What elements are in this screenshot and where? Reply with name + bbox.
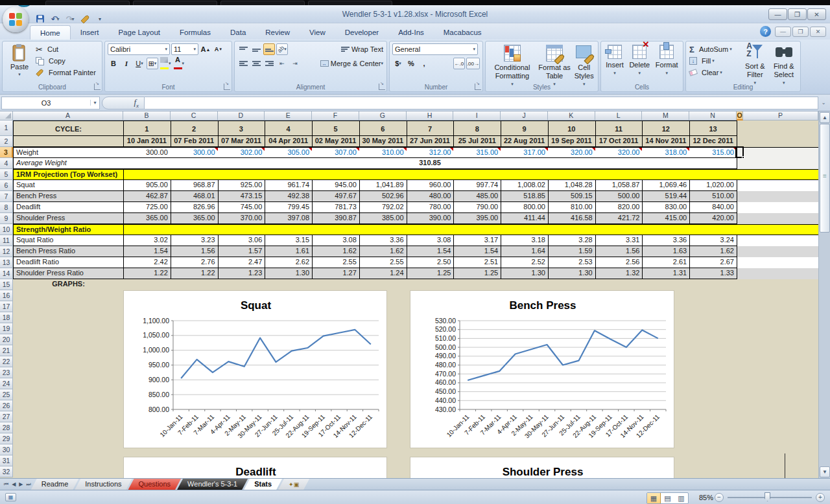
italic-button[interactable]: I [121,58,132,69]
cell-H[interactable]: 1.54 [407,246,455,257]
chart-shoulder-press[interactable]: Shoulder Press [410,457,674,478]
cell-J[interactable]: 411.44 [501,213,549,224]
cell-K[interactable]: 3.28 [548,235,596,246]
cell-A[interactable]: Average Weight [13,158,124,169]
cell-J[interactable]: 1,008.02 [501,180,549,191]
row-header-16[interactable]: 16 [0,290,13,301]
zoom-in-button[interactable]: + [816,493,825,502]
insert-worksheet-tab[interactable]: ✦▣ [278,479,309,490]
cell-M[interactable]: 519.44 [642,191,690,202]
minimize-button[interactable]: — [768,8,787,20]
sheet-tab-wendler-s-5-3-1[interactable]: Wendler's 5-3-1 [177,479,248,490]
cell-H[interactable]: 27 Jun 2011 [407,136,455,147]
ribbon-tab-page-layout[interactable]: Page Layout [108,25,170,40]
cell-I[interactable]: 790.00 [453,202,501,213]
column-header-G[interactable]: G [359,111,407,120]
align-bottom-button[interactable] [263,43,275,55]
sheet-tab-stats[interactable]: Stats [244,479,282,490]
name-box-dropdown[interactable]: ▾ [90,100,99,106]
cell-B[interactable]: 300.00 [123,148,171,158]
delete-cells-button[interactable]: ✕ Delete▾ [629,43,650,77]
sort-filter-button[interactable]: AZ Sort & Filter▾ [741,43,768,87]
cell-I[interactable]: 1.25 [453,268,501,279]
cell-I[interactable]: 3.17 [453,235,501,246]
ribbon-tab-home[interactable]: Home [30,25,71,40]
cell-B[interactable]: 365.00 [123,213,171,224]
cell-B[interactable]: 462.87 [123,191,171,202]
row-header-6[interactable]: 6 [0,180,13,191]
cell-I[interactable]: 2.51 [453,257,501,268]
prev-sheet-button[interactable]: ◀ [10,481,17,487]
cell-N[interactable]: 12 Dec 2011 [689,136,737,147]
restore-button[interactable]: ❐ [788,8,807,20]
cell-H[interactable]: 2.50 [407,257,455,268]
align-right-button[interactable] [263,58,275,69]
column-header-B[interactable]: B [123,111,171,120]
ribbon-tab-developer[interactable]: Developer [335,25,388,40]
cell-K[interactable]: 1.30 [548,268,596,279]
cell-G[interactable]: 3.36 [359,235,407,246]
help-button[interactable]: ? [760,26,771,37]
cell-M[interactable]: 12 [642,120,690,136]
underline-button[interactable]: U▾ [134,58,145,69]
vertical-scroll-thumb[interactable] [820,124,830,233]
cell-F[interactable]: 390.87 [312,213,360,224]
row-header-22[interactable]: 22 [0,356,13,367]
cell-F[interactable]: 5 [312,120,360,136]
ribbon-tab-formulas[interactable]: Formulas [170,25,220,40]
cell-J[interactable]: 1.30 [501,268,549,279]
cell-K[interactable]: 1.59 [548,246,596,257]
format-as-table-button[interactable]: Format as Table▾ [538,43,571,88]
cell-F[interactable]: 3.08 [312,235,360,246]
cell-B[interactable]: 1.54 [123,246,171,257]
fill-handle[interactable] [742,156,744,159]
clipboard-dialog-launcher[interactable] [94,84,101,90]
zoom-slider-thumb[interactable] [765,492,770,501]
office-button[interactable] [3,6,29,32]
cell-L[interactable]: 2.56 [595,257,643,268]
shrink-font-button[interactable]: A▼ [213,43,224,55]
cell-C[interactable]: 1.56 [171,246,219,257]
row-header-10[interactable]: 10 [0,224,13,235]
font-dialog-launcher[interactable] [224,84,230,90]
select-all-corner[interactable] [0,111,13,120]
row-header-19[interactable]: 19 [0,323,13,334]
cell-L[interactable]: 820.00 [595,202,643,213]
cell-K[interactable]: 1,048.28 [548,180,596,191]
customize-qat-button[interactable]: ▾ [93,12,106,25]
column-header-C[interactable]: C [171,111,218,120]
font-color-button[interactable]: A▾ [173,58,185,69]
align-center-button[interactable] [250,58,262,69]
cell-I[interactable]: 1.54 [453,246,501,257]
cell-E[interactable]: 1.30 [265,268,313,279]
sheet-tab-readme[interactable]: Readme [31,479,79,490]
ribbon-tab-data[interactable]: Data [220,25,255,40]
cell-E[interactable]: 799.45 [265,202,313,213]
conditional-formatting-button[interactable]: Conditional Formatting▾ [488,43,536,88]
cell-J[interactable]: 3.18 [501,235,549,246]
cell-J[interactable]: 1.64 [501,246,549,257]
cell-M[interactable]: 1.63 [642,246,690,257]
align-left-button[interactable] [237,58,249,69]
cell-A[interactable]: Bench Press Ratio [13,246,124,257]
cell-A[interactable]: Squat Ratio [13,235,124,246]
cell-E[interactable]: 4 [265,120,313,136]
align-middle-button[interactable] [250,43,262,55]
row-header-15[interactable]: 15 [0,279,13,290]
expand-formula-bar-button[interactable]: ⌄ [818,100,829,106]
cell-A[interactable]: Strength/Weight Ratio [13,225,124,235]
row-header-20[interactable]: 20 [0,334,13,345]
cell-G[interactable]: 310.00 [359,148,407,158]
row-header-28[interactable]: 28 [0,422,13,433]
cell-I[interactable]: 8 [453,120,501,136]
bold-button[interactable]: B [108,58,119,69]
cell-J[interactable]: 9 [501,120,549,136]
format-painter-quick-button[interactable] [78,12,91,25]
cell-average-weight-merged[interactable]: 310.85 [123,158,737,169]
cell-G[interactable]: 1.62 [359,246,407,257]
row-header-29[interactable]: 29 [0,433,13,444]
workbook-minimize-button[interactable]: — [775,27,791,37]
taskbar-button[interactable] [220,1,305,5]
cell-K[interactable]: 810.00 [548,202,596,213]
cell-A[interactable]: Weight [13,148,124,158]
